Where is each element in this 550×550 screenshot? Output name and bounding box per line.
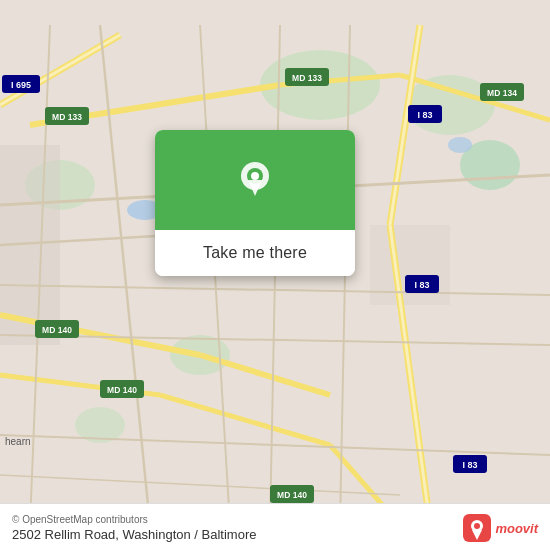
location-card: Take me there — [155, 130, 355, 276]
svg-text:MD 134: MD 134 — [487, 88, 517, 98]
svg-text:I 83: I 83 — [462, 460, 477, 470]
address-label: 2502 Rellim Road, Washington / Baltimore — [12, 527, 256, 542]
svg-text:MD 140: MD 140 — [277, 490, 307, 500]
svg-text:I 83: I 83 — [417, 110, 432, 120]
map-container: I 695 MD 133 MD 133 MD 134 I 83 I 83 I 8… — [0, 0, 550, 550]
svg-text:MD 140: MD 140 — [107, 385, 137, 395]
bottom-info: © OpenStreetMap contributors 2502 Rellim… — [12, 514, 256, 542]
svg-text:I 695: I 695 — [11, 80, 31, 90]
take-me-there-button[interactable]: Take me there — [155, 230, 355, 276]
bottom-bar: © OpenStreetMap contributors 2502 Rellim… — [0, 503, 550, 550]
moovit-brand-icon — [463, 514, 491, 542]
svg-text:MD 133: MD 133 — [292, 73, 322, 83]
svg-point-8 — [448, 137, 472, 153]
moovit-brand-text: moovit — [495, 521, 538, 536]
pin-icon — [233, 158, 277, 202]
svg-text:I 83: I 83 — [414, 280, 429, 290]
svg-text:MD 140: MD 140 — [42, 325, 72, 335]
moovit-logo: moovit — [463, 514, 538, 542]
svg-text:MD 133: MD 133 — [52, 112, 82, 122]
svg-point-63 — [474, 523, 480, 529]
svg-text:hearn: hearn — [5, 436, 31, 447]
map-attribution: © OpenStreetMap contributors — [12, 514, 256, 525]
svg-point-59 — [251, 172, 259, 180]
card-map-area — [155, 130, 355, 230]
